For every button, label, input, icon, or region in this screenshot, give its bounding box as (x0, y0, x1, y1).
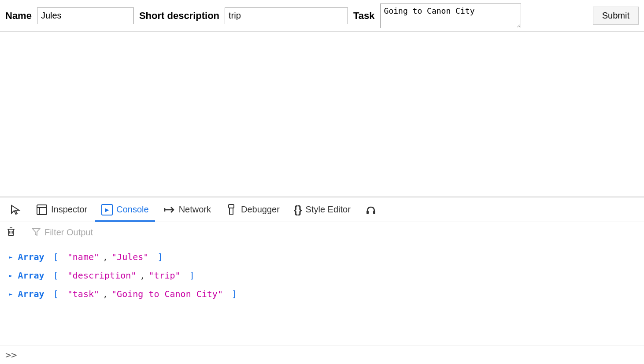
key-3: "task" (67, 287, 99, 301)
keyword-array-3: Array (18, 287, 44, 301)
top-bar: Name Short description Task Going to Can… (0, 0, 644, 32)
network-label: Network (179, 204, 211, 215)
keyword-array-1: Array (18, 250, 44, 264)
comma-3: , (103, 287, 108, 301)
close-bracket-3: ] (226, 287, 237, 301)
picker-icon (10, 204, 22, 216)
filter-icon (31, 227, 41, 238)
main-content (0, 32, 644, 214)
task-label: Task (353, 10, 375, 22)
debugger-label: Debugger (241, 204, 280, 215)
comma-1: , (103, 250, 108, 264)
console-prompt: >> (5, 349, 17, 360)
inspector-icon (36, 204, 48, 215)
console-toolbar: Filter Output (0, 222, 644, 243)
clear-console-button[interactable] (5, 226, 17, 240)
open-bracket-1: [ (48, 250, 64, 264)
toolbar-separator (24, 226, 24, 240)
tab-inspector[interactable]: Inspector (30, 197, 93, 222)
console-input-line: >> (0, 345, 644, 364)
expand-arrow-2[interactable]: ► (9, 271, 12, 280)
expand-arrow-3[interactable]: ► (9, 290, 12, 299)
key-1: "name" (67, 250, 99, 264)
filter-wrapper: Filter Output (31, 227, 93, 238)
name-label: Name (5, 10, 32, 22)
devtools-panel: Inspector ► Console Network (0, 197, 644, 364)
debugger-icon (225, 204, 237, 216)
name-input[interactable] (37, 7, 134, 24)
desc-label: Short description (139, 10, 219, 22)
tab-debugger[interactable]: Debugger (219, 197, 286, 222)
value-3: "Going to Canon City" (111, 287, 223, 301)
open-bracket-2: [ (48, 269, 64, 282)
console-icon: ► (101, 204, 113, 215)
style-editor-icon: {} (294, 204, 302, 216)
submit-button[interactable]: Submit (593, 7, 639, 25)
console-label: Console (116, 204, 148, 215)
value-1: "Jules" (111, 250, 148, 264)
console-line-2: ► Array [ "description" , "trip" ] (9, 266, 635, 285)
svg-rect-5 (366, 211, 369, 214)
tab-picker[interactable] (4, 197, 28, 222)
open-bracket-3: [ (48, 287, 64, 301)
value-2: "trip" (148, 269, 180, 282)
desc-input[interactable] (225, 7, 348, 24)
close-bracket-2: ] (184, 269, 195, 282)
tab-network[interactable]: Network (157, 197, 217, 222)
style-editor-label: Style Editor (306, 204, 351, 215)
task-textarea[interactable]: Going to Canon City (380, 4, 521, 28)
svg-rect-0 (37, 205, 47, 215)
network-icon (163, 204, 175, 216)
expand-arrow-1[interactable]: ► (9, 253, 12, 262)
comma-2: , (140, 269, 145, 282)
inspector-label: Inspector (51, 204, 87, 215)
tab-performance[interactable] (359, 197, 383, 222)
performance-icon (365, 204, 377, 216)
key-2: "description" (67, 269, 137, 282)
svg-rect-6 (373, 211, 375, 214)
filter-placeholder[interactable]: Filter Output (44, 227, 93, 238)
tabs-bar: Inspector ► Console Network (0, 197, 644, 222)
console-line-1: ► Array [ "name" , "Jules" ] (9, 248, 635, 266)
tab-console[interactable]: ► Console (95, 197, 155, 222)
keyword-array-2: Array (18, 269, 44, 282)
console-line-3: ► Array [ "task" , "Going to Canon City"… (9, 285, 635, 303)
console-output: ► Array [ "name" , "Jules" ] ► Array [ "… (0, 243, 644, 345)
close-bracket-1: ] (152, 250, 163, 264)
tab-style-editor[interactable]: {} Style Editor (288, 197, 357, 222)
svg-marker-13 (32, 228, 40, 235)
